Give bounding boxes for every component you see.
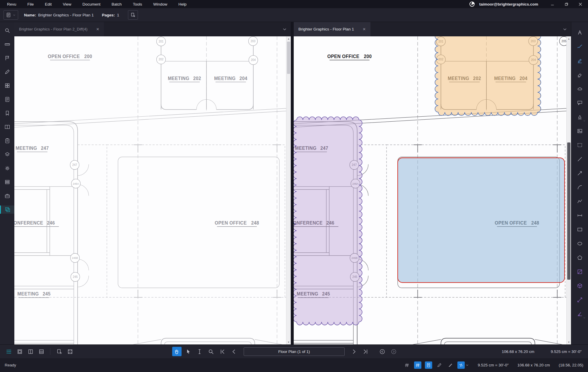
tool-dimension[interactable] — [575, 211, 584, 220]
purple-cloud-markup[interactable] — [294, 117, 362, 325]
tool-polyline[interactable] — [575, 197, 584, 205]
tab-list-chevron-icon[interactable] — [562, 27, 568, 32]
previous-view-button[interactable] — [378, 347, 387, 356]
scroll-up-icon[interactable]: ▲ — [567, 36, 571, 41]
tool-measure-length[interactable] — [575, 296, 584, 304]
sync-views-button[interactable] — [457, 361, 465, 369]
last-page-button[interactable] — [361, 347, 370, 356]
tool-measure-angle[interactable] — [575, 310, 584, 318]
rail-layers[interactable] — [3, 150, 12, 159]
restore-icon[interactable] — [564, 2, 569, 6]
tab-left-document[interactable]: Brighter Graphics - Floor Plan 2_Diff(4)… — [14, 22, 104, 36]
document-menu-button[interactable] — [4, 10, 18, 20]
single-page-view-button[interactable] — [15, 347, 24, 356]
scrollbar-thumb[interactable] — [567, 142, 570, 280]
rail-markups[interactable] — [3, 54, 12, 62]
scrollbar-thumb[interactable] — [287, 42, 290, 74]
account-email[interactable]: taimoor@brightergraphics.com — [479, 2, 538, 6]
snap-to-markup-button[interactable] — [436, 361, 443, 369]
tool-callout[interactable] — [575, 99, 584, 107]
pan-tool-button[interactable] — [172, 347, 182, 356]
menu-item-edit[interactable]: Edit — [45, 2, 52, 6]
rail-measurements[interactable] — [3, 40, 12, 48]
fit-page-button[interactable] — [65, 347, 75, 356]
tool-measure-area[interactable] — [575, 268, 584, 276]
tab-list-chevron-icon[interactable] — [282, 27, 287, 32]
menu-item-document[interactable]: Document — [83, 2, 101, 6]
markup-list-button[interactable] — [4, 347, 13, 356]
status-right-group: 9.525 cm = 30'-0" 106.68 x 76.20 cm (18.… — [400, 361, 583, 369]
close-icon[interactable]: × — [96, 27, 99, 32]
snap-to-grid-button[interactable] — [414, 361, 421, 369]
menu-item-view[interactable]: View — [63, 2, 71, 6]
tool-ellipse[interactable] — [575, 239, 584, 248]
menu-item-file[interactable]: File — [28, 2, 34, 6]
tool-cloud[interactable] — [575, 85, 584, 93]
drawing-canvas-left[interactable] — [14, 36, 286, 344]
tool-highlighter[interactable] — [575, 57, 584, 65]
panel-divider[interactable] — [291, 22, 294, 344]
tool-rectangle[interactable] — [575, 225, 584, 234]
highlighter-icon — [577, 58, 583, 64]
rail-compare[interactable] — [0, 205, 14, 214]
tool-snapshot[interactable] — [575, 141, 584, 149]
rail-annotate[interactable] — [3, 68, 12, 76]
highlight-rectangle-markup[interactable] — [398, 158, 565, 282]
rail-projects[interactable] — [3, 192, 12, 200]
drawing-canvas-right[interactable]: 205 — [294, 36, 566, 344]
menu-item-window[interactable]: Window — [153, 2, 167, 6]
close-icon[interactable]: × — [363, 27, 366, 32]
tool-measure-volume[interactable] — [575, 282, 584, 290]
minimize-icon[interactable] — [550, 2, 555, 6]
page-navigation-field[interactable]: Floor Plan (1 of 1) — [244, 347, 345, 356]
scroll-up-icon[interactable]: ▲ — [286, 36, 291, 41]
fit-page-icon — [67, 349, 73, 355]
rail-settings[interactable] — [3, 164, 12, 172]
page-setup-button[interactable] — [128, 10, 138, 20]
zoom-tool-button[interactable] — [206, 347, 216, 356]
tool-image[interactable] — [575, 127, 584, 135]
rail-search[interactable] — [3, 26, 12, 35]
multi-page-view-button[interactable] — [37, 347, 46, 356]
tool-pen[interactable] — [575, 43, 584, 51]
rail-bookmarks[interactable] — [3, 109, 12, 117]
first-page-button[interactable] — [218, 347, 227, 356]
document-bar: Name: Brighter Graphics - Floor Plan 1 P… — [0, 8, 588, 22]
rail-thumbnails[interactable] — [3, 81, 12, 90]
rail-split-view[interactable] — [3, 123, 12, 131]
side-by-side-view-button[interactable] — [26, 347, 35, 356]
next-page-button[interactable] — [350, 347, 359, 356]
menu-item-batch[interactable]: Batch — [112, 2, 122, 6]
tool-line[interactable] — [575, 155, 584, 163]
rail-sets[interactable] — [3, 178, 12, 186]
tool-eraser[interactable] — [575, 71, 584, 79]
rail-file-properties[interactable] — [3, 95, 12, 103]
select-tool-button[interactable] — [184, 347, 193, 356]
text-select-tool-button[interactable] — [195, 347, 204, 356]
chevron-down-icon[interactable] — [465, 363, 469, 367]
measure-angle-icon — [577, 311, 583, 317]
menu-item-tools[interactable]: Tools — [133, 2, 142, 6]
orange-cloud-markup[interactable] — [435, 36, 541, 115]
tool-text[interactable] — [575, 28, 584, 37]
previous-page-button[interactable] — [229, 347, 239, 356]
next-view-button[interactable] — [389, 347, 399, 356]
right-document-panel: Brighter Graphics - Floor Plan 1 × 205 — [294, 22, 571, 344]
tool-polygon[interactable] — [575, 254, 584, 262]
scroll-down-icon[interactable]: ▼ — [286, 340, 291, 344]
tool-stamp[interactable] — [575, 113, 584, 121]
grid-toggle-button[interactable] — [403, 361, 411, 369]
close-icon[interactable] — [578, 2, 583, 6]
rail-forms[interactable] — [3, 137, 12, 145]
menu-item-revu[interactable]: Revu — [7, 2, 16, 6]
left-panel-scrollbar[interactable]: ▲ ▼ — [286, 36, 291, 344]
insert-page-button[interactable] — [54, 347, 64, 356]
reuse-tool-button[interactable] — [447, 361, 454, 369]
tool-arrow[interactable] — [575, 169, 584, 177]
tool-arc[interactable] — [575, 183, 584, 191]
tab-right-document[interactable]: Brighter Graphics - Floor Plan 1 × — [294, 22, 370, 36]
menu-item-help[interactable]: Help — [178, 2, 187, 6]
snap-to-content-button[interactable] — [425, 361, 432, 369]
scroll-down-icon[interactable]: ▼ — [567, 340, 571, 344]
right-panel-scrollbar[interactable]: ▲ ▼ — [566, 36, 571, 344]
